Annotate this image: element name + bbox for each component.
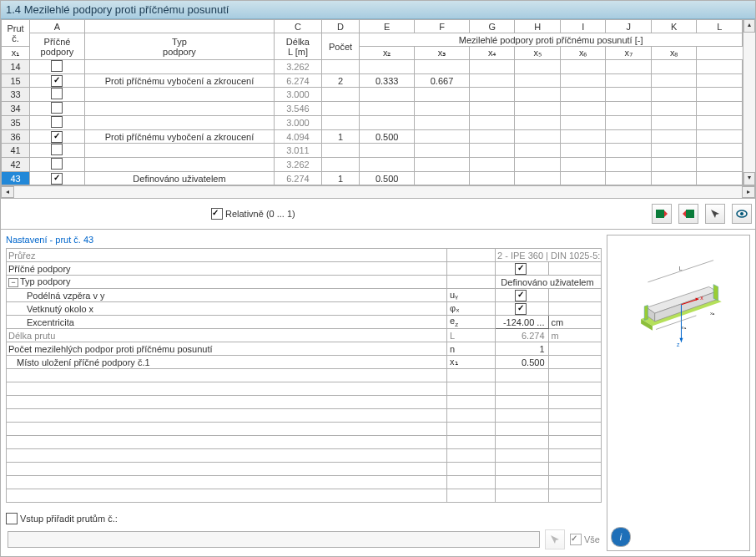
checkbox-icon[interactable] [515, 303, 527, 315]
typ-cell[interactable] [84, 60, 274, 74]
x-cell[interactable] [469, 60, 515, 74]
x-cell[interactable] [697, 144, 743, 158]
property-table[interactable]: Průřez 2 - IPE 360 | DIN 1025-5:1994 Pří… [6, 248, 602, 503]
x-cell[interactable] [651, 102, 697, 116]
export-excel-out-button[interactable] [652, 204, 672, 224]
pricne-checkbox-cell[interactable] [30, 130, 85, 144]
x-cell[interactable] [697, 102, 743, 116]
checkbox-icon[interactable] [51, 88, 63, 99]
x-cell[interactable] [606, 158, 652, 172]
typ-value[interactable]: Definováno uživatelem [496, 276, 602, 289]
checkbox-icon[interactable] [51, 144, 63, 155]
x2-cell[interactable] [415, 172, 470, 185]
count-cell[interactable]: 1 [321, 130, 359, 144]
x1-cell[interactable] [360, 158, 415, 172]
scroll-track[interactable] [14, 186, 742, 198]
col-D[interactable]: D [321, 20, 359, 33]
typ-cell[interactable] [84, 102, 274, 116]
row-number[interactable]: 43 [2, 172, 30, 185]
checkbox-icon[interactable] [51, 131, 63, 143]
pick-member-small-button[interactable] [545, 529, 565, 549]
table-row[interactable]: 423.262 [2, 158, 743, 172]
x-cell[interactable] [606, 102, 652, 116]
x-cell[interactable] [606, 60, 652, 74]
table-row[interactable]: 43Definováno uživatelem6.27410.500 [2, 172, 743, 185]
x-cell[interactable] [651, 144, 697, 158]
misto-value[interactable]: 0.500 [496, 356, 549, 369]
x-cell[interactable] [651, 158, 697, 172]
x-cell[interactable] [606, 172, 652, 185]
x-cell[interactable] [651, 74, 697, 88]
row-number[interactable]: 36 [2, 130, 30, 144]
x-cell[interactable] [469, 144, 515, 158]
x-cell[interactable] [469, 172, 515, 185]
x-cell[interactable] [560, 88, 606, 102]
x-cell[interactable] [515, 88, 561, 102]
col-L[interactable]: L [697, 20, 743, 33]
scroll-down-icon[interactable]: ▾ [743, 172, 755, 185]
x-cell[interactable] [469, 116, 515, 130]
col-E[interactable]: E [360, 20, 415, 33]
checkbox-icon[interactable] [515, 290, 527, 301]
x-cell[interactable] [651, 60, 697, 74]
row-number[interactable]: 15 [2, 74, 30, 88]
row-number[interactable]: 34 [2, 102, 30, 116]
count-cell[interactable] [321, 144, 359, 158]
checkbox-icon[interactable] [51, 60, 63, 72]
exc-value[interactable]: -124.00 ... [496, 316, 549, 329]
pricne-checkbox-cell[interactable] [30, 116, 85, 130]
row-number[interactable]: 41 [2, 144, 30, 158]
x-cell[interactable] [515, 74, 561, 88]
x-cell[interactable] [560, 60, 606, 74]
x1-cell[interactable]: 0.500 [360, 130, 415, 144]
checkbox-icon[interactable] [51, 102, 63, 114]
typ-cell[interactable] [84, 144, 274, 158]
checkbox-icon[interactable] [570, 534, 582, 545]
x-cell[interactable] [469, 158, 515, 172]
x-cell[interactable] [697, 60, 743, 74]
checkbox-icon[interactable] [6, 513, 18, 524]
table-row[interactable]: 353.000 [2, 116, 743, 130]
x-cell[interactable] [515, 158, 561, 172]
col-I[interactable]: I [560, 20, 606, 33]
x-cell[interactable] [515, 102, 561, 116]
col-prut[interactable]: Prutč. [2, 20, 30, 47]
supports-table[interactable]: Prutč. A B C D E F G H I J K L Příčnépod… [1, 19, 743, 185]
col-J[interactable]: J [606, 20, 652, 33]
x-cell[interactable] [560, 74, 606, 88]
typ-cell[interactable] [84, 116, 274, 130]
relativne-checkbox[interactable]: Relativně (0 ... 1) [211, 208, 295, 220]
typ-cell[interactable] [84, 88, 274, 102]
checkbox-icon[interactable] [51, 158, 63, 170]
x2-cell[interactable] [415, 88, 470, 102]
table-row[interactable]: 343.546 [2, 102, 743, 116]
col-A[interactable]: A [30, 20, 85, 33]
x1-cell[interactable]: 0.500 [360, 172, 415, 185]
x2-cell[interactable] [415, 130, 470, 144]
x-cell[interactable] [697, 74, 743, 88]
x-cell[interactable] [606, 88, 652, 102]
x-cell[interactable] [515, 172, 561, 185]
x2-cell[interactable]: 0.667 [415, 74, 470, 88]
x1-cell[interactable] [360, 144, 415, 158]
count-cell[interactable]: 1 [321, 172, 359, 185]
x-cell[interactable] [515, 116, 561, 130]
horizontal-scrollbar[interactable]: ◂ ▸ [1, 185, 755, 198]
col-K[interactable]: K [651, 20, 697, 33]
table-row[interactable]: 143.262 [2, 60, 743, 74]
x1-cell[interactable] [360, 88, 415, 102]
x2-cell[interactable] [415, 158, 470, 172]
x-cell[interactable] [697, 130, 743, 144]
pick-member-button[interactable] [705, 204, 725, 224]
x-cell[interactable] [606, 74, 652, 88]
x-cell[interactable] [469, 102, 515, 116]
typ-cell[interactable]: Definováno uživatelem [84, 172, 274, 185]
checkbox-icon[interactable] [211, 208, 223, 220]
pricne-checkbox-cell[interactable] [30, 60, 85, 74]
export-excel-in-button[interactable] [678, 204, 698, 224]
x-cell[interactable] [651, 88, 697, 102]
x1-cell[interactable] [360, 60, 415, 74]
row-number[interactable]: 14 [2, 60, 30, 74]
x-cell[interactable] [697, 158, 743, 172]
x-cell[interactable] [560, 172, 606, 185]
